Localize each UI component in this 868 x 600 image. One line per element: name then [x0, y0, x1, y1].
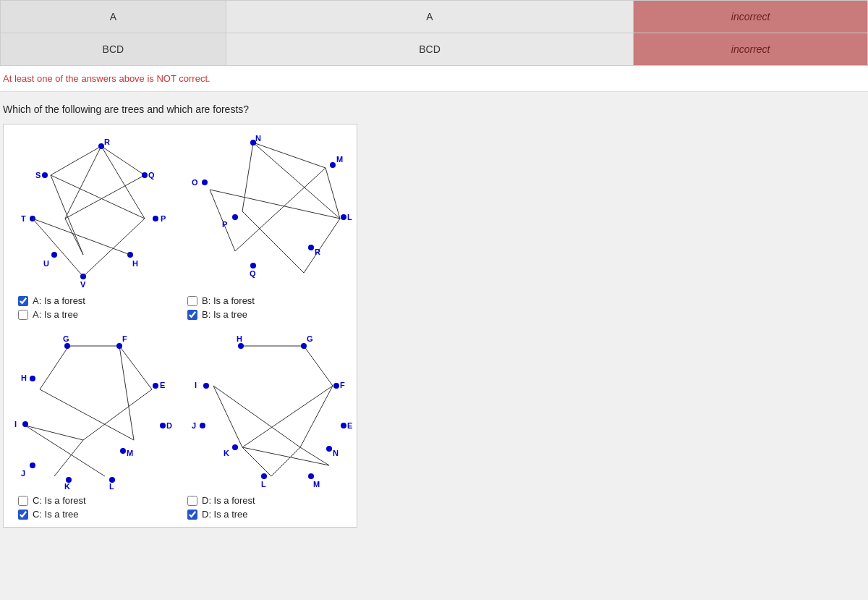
node-Q	[142, 172, 148, 178]
checkboxes-row-cd: C: Is a forest C: Is a tree D: Is a fore…	[11, 495, 349, 520]
label-H: H	[132, 259, 138, 268]
label-L: L	[347, 213, 352, 221]
node-L	[341, 214, 346, 220]
svg-line-14	[326, 168, 340, 219]
label-J-d: J	[192, 421, 196, 430]
svg-line-22	[119, 346, 152, 389]
label-S: S	[35, 171, 41, 179]
label-L-d: L	[261, 480, 266, 489]
input-a-forest[interactable]	[18, 296, 28, 306]
checkboxes-row-ab: A: Is a forest A: Is a tree B: Is a fore…	[11, 295, 349, 320]
label-D: D	[166, 421, 172, 430]
svg-line-35	[242, 447, 271, 476]
svg-line-21	[40, 346, 69, 389]
svg-line-8	[33, 219, 130, 255]
label-P-b: P	[222, 220, 227, 229]
input-d-tree[interactable]	[187, 510, 197, 520]
svg-line-36	[242, 447, 329, 465]
label-G: G	[63, 334, 69, 343]
checkbox-c-tree[interactable]: C: Is a tree	[18, 509, 173, 520]
checkbox-group-d: D: Is a forest D: Is a tree	[180, 495, 349, 520]
node-K-d	[232, 444, 238, 450]
svg-line-25	[83, 389, 152, 440]
status-badge: incorrect	[634, 33, 868, 66]
label-E-d: E	[347, 421, 352, 430]
checkbox-group-a: A: Is a forest A: Is a tree	[11, 295, 180, 320]
graph-a: R S Q T P U	[11, 132, 184, 291]
label-R: R	[104, 138, 110, 146]
label-M: M	[336, 155, 343, 164]
svg-line-11	[253, 143, 326, 168]
svg-line-2	[65, 146, 101, 219]
svg-line-6	[65, 175, 145, 219]
label-H-d: H	[237, 334, 242, 343]
checkbox-b-forest[interactable]: B: Is a forest	[187, 295, 342, 306]
node-F	[116, 343, 122, 349]
checkbox-a-tree[interactable]: A: Is a tree	[18, 309, 173, 320]
label-Q-b: Q	[250, 269, 256, 278]
node-N-d	[326, 446, 332, 452]
graph-c-svg: G F H E I D	[11, 331, 184, 491]
input-c-forest[interactable]	[18, 496, 28, 506]
svg-line-5	[51, 175, 83, 255]
label-N: N	[255, 134, 261, 143]
node-E-c	[153, 383, 158, 389]
label-P: P	[161, 214, 166, 223]
table-row: A A incorrect	[1, 1, 868, 33]
label-N-d: N	[333, 449, 339, 457]
label-O: O	[192, 178, 198, 187]
node-M	[330, 162, 336, 168]
graphs-bottom-row: G F H E I D	[11, 331, 349, 491]
label-M-c: M	[127, 449, 133, 457]
graphs-top-row: R S Q T P U	[11, 132, 349, 291]
svg-line-28	[54, 440, 83, 476]
node-E-d	[341, 423, 346, 428]
label-M-d: M	[313, 480, 320, 489]
node-L-d	[261, 473, 267, 479]
label-F: F	[122, 334, 127, 343]
svg-line-9	[33, 219, 83, 276]
warning-message: At least one of the answers above is NOT…	[0, 66, 868, 92]
label-E-c: E	[160, 381, 165, 389]
input-c-tree[interactable]	[18, 510, 28, 520]
graphs-container: R S Q T P U	[3, 124, 357, 528]
input-b-forest[interactable]	[187, 296, 197, 306]
label-H-c: H	[21, 373, 27, 382]
checkbox-b-tree[interactable]: B: Is a tree	[187, 309, 342, 320]
table-row: BCD BCD incorrect	[1, 33, 868, 66]
label-G-d: G	[307, 334, 313, 343]
svg-line-30	[304, 346, 333, 386]
node-P-b	[232, 214, 238, 220]
checkbox-c-forest[interactable]: C: Is a forest	[18, 495, 173, 506]
svg-line-13	[242, 143, 253, 211]
checkbox-d-forest[interactable]: D: Is a forest	[187, 495, 342, 506]
node-P	[153, 216, 158, 221]
input-a-tree[interactable]	[18, 310, 28, 320]
question-title: Which of the following are trees and whi…	[3, 103, 865, 115]
checkbox-a-forest[interactable]: A: Is a forest	[18, 295, 173, 306]
node-F-d	[333, 383, 339, 389]
graph-c: G F H E I D	[11, 331, 184, 491]
label-Q: Q	[148, 171, 155, 179]
node-M-c	[120, 448, 126, 454]
label-U: U	[43, 259, 49, 268]
label-J: J	[21, 469, 25, 478]
checkbox-d-tree[interactable]: D: Is a tree	[187, 509, 342, 520]
node-M-d	[308, 473, 314, 479]
svg-line-12	[253, 143, 340, 219]
node-H-c	[30, 376, 35, 381]
input-d-forest[interactable]	[187, 496, 197, 506]
graph-b-svg: N M O L P Q	[184, 132, 358, 291]
svg-line-1	[101, 146, 145, 175]
node-J-d	[200, 423, 205, 428]
row-label: BCD	[1, 33, 226, 66]
label-I-d: I	[195, 381, 197, 389]
input-b-tree[interactable]	[187, 310, 197, 320]
label-V: V	[80, 280, 86, 289]
node-U	[51, 252, 57, 258]
checkbox-group-c: C: Is a forest C: Is a tree	[11, 495, 180, 520]
node-O	[202, 179, 208, 185]
status-badge: incorrect	[634, 1, 868, 33]
graph-a-svg: R S Q T P U	[11, 132, 184, 291]
svg-line-23	[119, 346, 134, 440]
